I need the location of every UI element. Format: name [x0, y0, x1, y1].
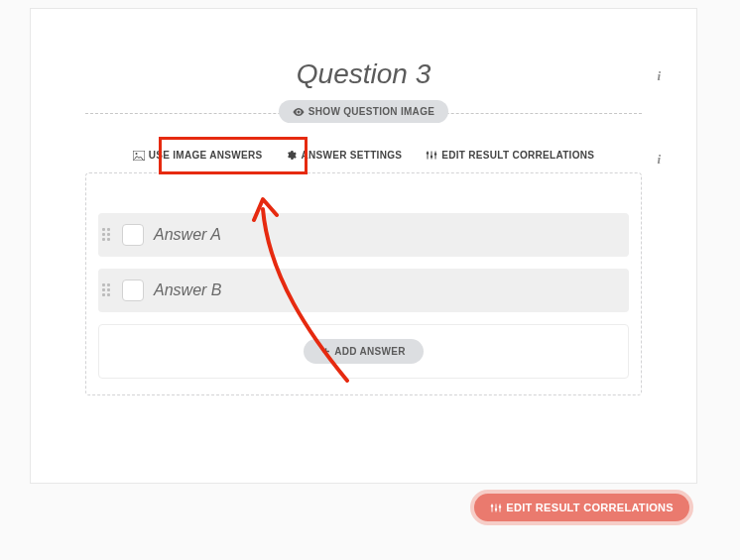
add-answer-bar: ADD ANSWER: [98, 324, 629, 379]
tab-answer-settings-label: ANSWER SETTINGS: [301, 150, 402, 161]
tab-answer-settings[interactable]: ANSWER SETTINGS: [278, 144, 410, 167]
question-title: Question 3: [31, 9, 696, 100]
sliders-icon: [426, 150, 437, 161]
edit-result-correlations-label: EDIT RESULT CORRELATIONS: [506, 502, 674, 513]
svg-point-6: [495, 508, 497, 510]
info-icon[interactable]: i: [657, 152, 661, 168]
answer-checkbox[interactable]: [122, 280, 144, 301]
answer-text[interactable]: Answer B: [154, 281, 221, 299]
question-image-row: SHOW QUESTION IMAGE: [85, 100, 642, 126]
answer-text[interactable]: Answer A: [154, 226, 221, 244]
svg-point-5: [491, 504, 493, 506]
svg-point-1: [135, 153, 137, 155]
svg-point-3: [431, 156, 432, 158]
eye-icon: [293, 107, 305, 117]
question-card: Question 3 i SHOW QUESTION IMAGE USE IMA…: [30, 8, 697, 484]
edit-result-correlations-button[interactable]: EDIT RESULT CORRELATIONS: [470, 490, 693, 525]
add-answer-button[interactable]: ADD ANSWER: [304, 339, 424, 364]
tab-edit-result-correlations-label: EDIT RESULT CORRELATIONS: [441, 150, 594, 161]
svg-point-4: [434, 153, 436, 155]
drag-handle-icon[interactable]: [102, 228, 116, 242]
show-question-image-label: SHOW QUESTION IMAGE: [308, 106, 434, 117]
plus-icon: [321, 347, 330, 356]
answer-checkbox[interactable]: [122, 224, 144, 246]
answers-section: Answer A Answer B ADD ANSWER: [85, 172, 642, 395]
image-icon: [133, 151, 145, 161]
add-answer-label: ADD ANSWER: [334, 346, 406, 357]
gear-icon: [286, 150, 297, 161]
show-question-image-button[interactable]: SHOW QUESTION IMAGE: [279, 100, 448, 123]
answer-row: Answer B: [98, 269, 629, 312]
info-icon[interactable]: i: [657, 68, 661, 84]
svg-point-2: [427, 152, 429, 154]
tabs-row: USE IMAGE ANSWERS ANSWER SETTINGS EDIT R…: [31, 144, 696, 167]
svg-point-7: [499, 505, 501, 507]
answer-row: Answer A: [98, 213, 629, 257]
tab-use-image-answers-label: USE IMAGE ANSWERS: [149, 150, 263, 161]
tab-use-image-answers[interactable]: USE IMAGE ANSWERS: [125, 144, 271, 167]
sliders-icon: [490, 503, 502, 513]
drag-handle-icon[interactable]: [102, 283, 116, 297]
tab-edit-result-correlations[interactable]: EDIT RESULT CORRELATIONS: [418, 144, 602, 167]
